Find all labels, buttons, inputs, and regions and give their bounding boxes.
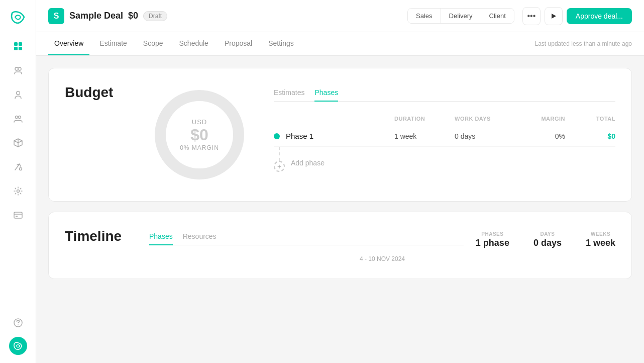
nav-tab-overview[interactable]: Overview — [48, 32, 89, 55]
phases-section: Estimates Phases DURATION WORK DAYS MARG… — [274, 84, 615, 174]
timeline-card: Timeline Phases Resources PHASES 1 phase — [48, 212, 632, 279]
stat-weeks: WEEKS 1 week — [586, 231, 615, 248]
stat-days-value: 0 days — [533, 238, 562, 248]
sidebar-item-team[interactable] — [8, 109, 28, 129]
budget-tab-estimates[interactable]: Estimates — [274, 84, 304, 102]
nav-tab-proposal[interactable]: Proposal — [219, 32, 258, 55]
sidebar-item-magic[interactable] — [8, 157, 28, 177]
svg-point-10 — [17, 190, 19, 193]
svg-point-5 — [18, 67, 21, 70]
sidebar-logo[interactable] — [9, 8, 27, 26]
last-updated: Last updated less than a minute ago — [535, 40, 632, 47]
page-content: Budget USD $0 0% MARGIN Estimates Ph — [36, 56, 644, 363]
svg-point-8 — [18, 116, 21, 119]
header-tabs: Sales Delivery Client — [407, 8, 514, 24]
donut-chart: USD $0 0% MARGIN — [149, 84, 250, 185]
phase-total: $0 — [565, 132, 615, 140]
donut-currency: USD — [180, 118, 219, 126]
sidebar — [0, 0, 36, 363]
svg-point-14 — [18, 324, 19, 325]
add-phase-container: + Add phase — [274, 147, 615, 174]
svg-rect-3 — [19, 47, 22, 50]
svg-rect-11 — [14, 212, 22, 218]
add-phase-button[interactable]: + — [274, 161, 285, 172]
phase-row: Phase 1 1 week 0 days 0% $0 — [274, 126, 615, 147]
timeline-title-container: Timeline — [65, 228, 125, 244]
budget-card: Budget USD $0 0% MARGIN Estimates Ph — [48, 68, 632, 202]
donut-amount: $0 — [180, 126, 219, 144]
phase-workdays: 0 days — [455, 132, 515, 140]
nav-tab-estimate[interactable]: Estimate — [93, 32, 133, 55]
nav-tabs: Overview Estimate Scope Schedule Proposa… — [36, 32, 644, 56]
connector: + — [274, 147, 285, 172]
phase-dot — [274, 133, 280, 139]
stat-weeks-label: WEEKS — [586, 231, 615, 237]
budget-tab-phases[interactable]: Phases — [314, 84, 338, 102]
col-header-total: TOTAL — [565, 116, 615, 122]
stat-days: DAYS 0 days — [533, 231, 562, 248]
deal-brand: S Sample Deal $0 Draft — [48, 8, 167, 24]
budget-tabs: Estimates Phases — [274, 84, 615, 102]
tab-delivery[interactable]: Delivery — [441, 9, 481, 23]
nav-tab-scope[interactable]: Scope — [137, 32, 169, 55]
svg-rect-0 — [14, 42, 18, 46]
main-content: S Sample Deal $0 Draft Sales Delivery Cl… — [36, 0, 644, 363]
brand-icon: S — [48, 8, 64, 24]
timeline-content: Phases Resources PHASES 1 phase DAYS 0 d… — [149, 228, 615, 262]
timeline-tab-resources[interactable]: Resources — [183, 228, 217, 245]
nav-tab-schedule[interactable]: Schedule — [173, 32, 214, 55]
col-header-name — [274, 116, 394, 122]
sidebar-item-packages[interactable] — [8, 133, 28, 153]
connector-line — [279, 147, 280, 161]
svg-marker-15 — [552, 14, 556, 19]
stat-days-label: DAYS — [533, 231, 562, 237]
phases-list: Phase 1 1 week 0 days 0% $0 — [274, 126, 615, 147]
timeline-tab-phases[interactable]: Phases — [149, 228, 173, 245]
phase-duration: 1 week — [394, 132, 455, 140]
budget-title: Budget — [65, 84, 125, 101]
stat-phases: PHASES 1 phase — [476, 231, 509, 248]
svg-point-6 — [16, 92, 20, 95]
phase-margin: 0% — [515, 132, 565, 140]
sidebar-avatar[interactable] — [9, 337, 27, 355]
phase-name: Phase 1 — [286, 132, 313, 140]
sidebar-item-billing[interactable] — [8, 205, 28, 225]
col-header-workdays: WORK DAYS — [455, 116, 515, 122]
stat-weeks-value: 1 week — [586, 238, 615, 248]
sidebar-item-help[interactable] — [8, 313, 28, 333]
deal-amount: $0 — [128, 11, 138, 21]
svg-rect-12 — [16, 216, 18, 217]
svg-point-9 — [19, 168, 22, 170]
timeline-date-range: 4 - 10 NOV 2024 — [149, 255, 615, 262]
svg-rect-2 — [14, 47, 18, 50]
donut-margin: 0% MARGIN — [180, 144, 219, 151]
svg-rect-1 — [19, 42, 22, 46]
approve-button[interactable]: Approve deal... — [567, 8, 632, 24]
play-button[interactable] — [545, 7, 563, 25]
stat-phases-value: 1 phase — [476, 238, 509, 248]
sidebar-item-settings[interactable] — [8, 181, 28, 201]
tab-sales[interactable]: Sales — [408, 9, 441, 23]
phase-name-cell: Phase 1 — [274, 132, 394, 140]
stat-phases-label: PHASES — [476, 231, 509, 237]
col-header-duration: DURATION — [394, 116, 455, 122]
phases-table-header: DURATION WORK DAYS MARGIN TOTAL — [274, 112, 615, 126]
more-button[interactable]: ••• — [522, 7, 541, 25]
timeline-title: Timeline — [65, 228, 125, 244]
add-phase-label: Add phase — [291, 159, 325, 167]
timeline-stats: PHASES 1 phase DAYS 0 days WEEKS 1 week — [476, 231, 615, 248]
budget-title-container: Budget — [65, 84, 125, 101]
svg-point-4 — [15, 67, 18, 70]
nav-tab-settings[interactable]: Settings — [262, 32, 300, 55]
sidebar-item-reports[interactable] — [8, 60, 28, 80]
deal-name: Sample Deal — [69, 11, 123, 21]
timeline-tabs: Phases Resources — [149, 228, 464, 245]
sidebar-item-people[interactable] — [8, 84, 28, 105]
col-header-margin: MARGIN — [515, 116, 565, 122]
sidebar-item-dashboard[interactable] — [8, 36, 28, 56]
timeline-header-row: Phases Resources PHASES 1 phase DAYS 0 d… — [149, 228, 615, 251]
app-header: S Sample Deal $0 Draft Sales Delivery Cl… — [36, 0, 644, 32]
svg-point-7 — [15, 116, 18, 119]
tab-client[interactable]: Client — [481, 9, 514, 23]
add-phase-label-container: Add phase — [291, 149, 325, 167]
